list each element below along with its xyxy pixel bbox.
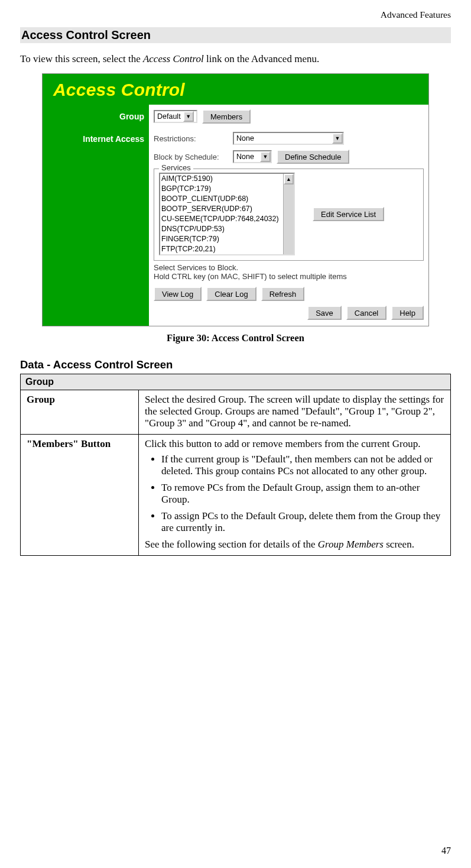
figure-caption: Figure 30: Access Control Screen bbox=[20, 332, 451, 344]
sidebar-label-internet-access: Internet Access bbox=[47, 134, 144, 144]
list-item[interactable]: FTP(TCP:20,21) bbox=[161, 244, 282, 254]
list-item[interactable]: CU-SEEME(TCP/UDP:7648,24032) bbox=[161, 214, 282, 224]
intro-text-before: To view this screen, select the bbox=[20, 53, 143, 64]
table-group-header: Group bbox=[21, 374, 451, 390]
list-item[interactable]: BOOTP_CLIENT(UDP:68) bbox=[161, 194, 282, 204]
list-item[interactable]: AIM(TCP:5190) bbox=[161, 174, 282, 184]
list-item[interactable]: FINGER(TCP:79) bbox=[161, 234, 282, 244]
row2-bullet: To assign PCs to the Default Group, dele… bbox=[161, 510, 444, 534]
scroll-up-icon[interactable]: ▲ bbox=[284, 174, 294, 184]
restrictions-select[interactable]: None ▼ bbox=[233, 132, 344, 145]
intro-text-after: link on the Advanced menu. bbox=[204, 53, 319, 64]
row-desc-members-button: Click this button to add or remove membe… bbox=[139, 435, 451, 556]
members-button[interactable]: Members bbox=[202, 109, 251, 124]
restrictions-label: Restrictions: bbox=[154, 134, 229, 143]
edit-service-list-button[interactable]: Edit Service List bbox=[313, 207, 384, 221]
row2-bullet: If the current group is "Default", then … bbox=[161, 454, 444, 477]
screenshot-main: Default ▼ Members Restrictions: None ▼ bbox=[149, 105, 428, 326]
services-fieldset: Services AIM(TCP:5190) BGP(TCP:179) BOOT… bbox=[154, 169, 424, 261]
group-select[interactable]: Default ▼ bbox=[154, 110, 197, 123]
save-button[interactable]: Save bbox=[307, 306, 342, 320]
screenshot-access-control: Access Control Group Internet Access Def… bbox=[42, 73, 429, 326]
view-log-button[interactable]: View Log bbox=[154, 287, 202, 301]
restrictions-value: None bbox=[236, 134, 254, 142]
block-schedule-select[interactable]: None ▼ bbox=[233, 150, 272, 163]
page-number: 47 bbox=[441, 846, 451, 856]
dropdown-arrow-icon[interactable]: ▼ bbox=[183, 111, 194, 122]
list-item[interactable]: BGP(TCP:179) bbox=[161, 184, 282, 194]
row-desc-group: Select the desired Group. The screen wil… bbox=[139, 390, 451, 435]
intro-paragraph: To view this screen, select the Access C… bbox=[20, 53, 451, 65]
note-line1: Select Services to Block. bbox=[154, 263, 424, 272]
table-row: "Members" Button Click this button to ad… bbox=[21, 435, 451, 556]
section-heading: Access Control Screen bbox=[20, 27, 451, 43]
row-label-group: Group bbox=[21, 390, 139, 435]
screenshot-title: Access Control bbox=[53, 80, 185, 99]
figure: Access Control Group Internet Access Def… bbox=[20, 73, 451, 344]
screenshot-sidebar: Group Internet Access bbox=[43, 105, 149, 326]
row2-tail: See the following section for details of… bbox=[145, 539, 444, 550]
block-schedule-value: None bbox=[236, 153, 254, 161]
dropdown-arrow-icon[interactable]: ▼ bbox=[332, 133, 343, 144]
refresh-button[interactable]: Refresh bbox=[261, 287, 305, 301]
row2-tail-after: screen. bbox=[384, 539, 414, 550]
listbox-scrollbar[interactable]: ▲ bbox=[283, 174, 294, 254]
row2-bullet: To remove PCs from the Default Group, as… bbox=[161, 482, 444, 506]
row2-tail-before: See the following section for details of… bbox=[145, 539, 318, 550]
row2-lead: Click this button to add or remove membe… bbox=[145, 438, 444, 450]
list-item[interactable]: DNS(TCP/UDP:53) bbox=[161, 224, 282, 234]
screenshot-titlebar: Access Control bbox=[43, 74, 428, 105]
sidebar-label-group: Group bbox=[47, 112, 144, 121]
list-item[interactable]: BOOTP_SERVER(UDP:67) bbox=[161, 204, 282, 214]
table-row: Group Select the desired Group. The scre… bbox=[21, 390, 451, 435]
row2-tail-em: Group Members bbox=[318, 539, 384, 550]
data-subheading: Data - Access Control Screen bbox=[20, 358, 451, 371]
group-select-value: Default bbox=[157, 112, 181, 121]
intro-link-name: Access Control bbox=[143, 53, 204, 64]
services-legend: Services bbox=[159, 163, 193, 172]
note-line2: Hold CTRL key (on MAC, SHIFT) to select … bbox=[154, 272, 424, 281]
cancel-button[interactable]: Cancel bbox=[346, 306, 386, 320]
define-schedule-button[interactable]: Define Schedule bbox=[277, 150, 349, 164]
dropdown-arrow-icon[interactable]: ▼ bbox=[260, 151, 271, 162]
services-note: Select Services to Block. Hold CTRL key … bbox=[154, 263, 424, 281]
data-table: Group Group Select the desired Group. Th… bbox=[20, 374, 451, 556]
clear-log-button[interactable]: Clear Log bbox=[206, 287, 256, 301]
header-section-label: Advanced Features bbox=[20, 9, 451, 20]
help-button[interactable]: Help bbox=[391, 306, 424, 320]
block-by-schedule-label: Block by Schedule: bbox=[154, 153, 229, 161]
row-label-members-button: "Members" Button bbox=[21, 435, 139, 556]
services-listbox[interactable]: AIM(TCP:5190) BGP(TCP:179) BOOTP_CLIENT(… bbox=[159, 173, 295, 255]
